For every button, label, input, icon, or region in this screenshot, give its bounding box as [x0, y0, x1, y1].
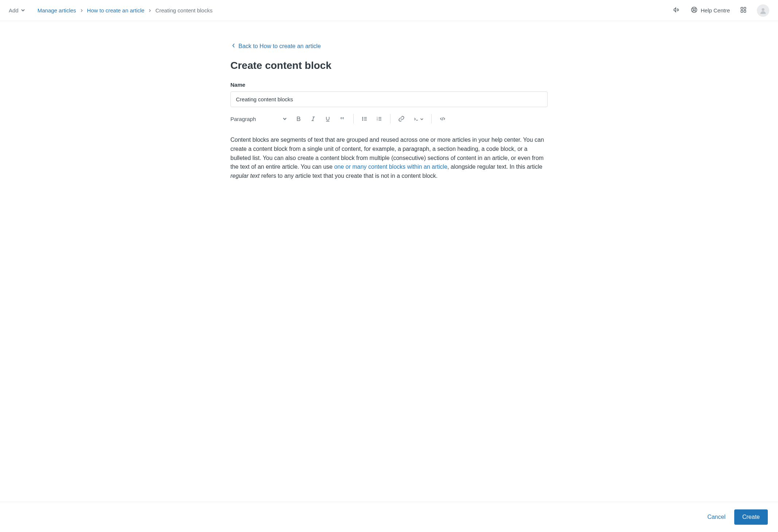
name-input[interactable] — [230, 91, 548, 107]
quote-button[interactable] — [336, 113, 349, 125]
svg-rect-7 — [744, 7, 746, 9]
chevron-down-icon — [420, 116, 424, 122]
body-text: refers to any article text that you crea… — [260, 173, 437, 179]
insert-button[interactable] — [409, 113, 427, 125]
main: Back to How to create an article Create … — [230, 21, 548, 224]
chevron-left-icon — [232, 43, 236, 50]
italic-button[interactable] — [307, 113, 320, 125]
chevron-down-icon — [21, 7, 25, 13]
name-field-label: Name — [230, 82, 548, 88]
toolbar-separator — [390, 114, 390, 124]
svg-line-5 — [695, 11, 696, 12]
format-dropdown[interactable]: Paragraph — [230, 114, 291, 124]
underline-button[interactable] — [321, 113, 334, 125]
page-title: Create content block — [230, 60, 548, 71]
topbar: Add Manage articles How to create an art… — [0, 0, 778, 21]
chevron-down-icon — [283, 116, 287, 122]
body-link[interactable]: one or many content blocks within an art… — [334, 164, 447, 170]
svg-point-17 — [362, 120, 363, 121]
svg-rect-8 — [741, 11, 743, 12]
svg-line-2 — [692, 8, 693, 9]
help-centre-icon — [691, 6, 698, 15]
svg-text:3: 3 — [377, 119, 378, 121]
apps-icon[interactable] — [740, 7, 747, 14]
back-link-label: Back to How to create an article — [238, 43, 321, 50]
body-italic: regular text — [230, 173, 260, 179]
chevron-right-icon — [148, 7, 152, 13]
svg-line-4 — [692, 11, 693, 12]
body-text: , alongside regular text. In this articl… — [447, 164, 542, 170]
svg-point-10 — [762, 8, 764, 11]
topbar-left: Add Manage articles How to create an art… — [9, 7, 213, 13]
toolbar-separator — [431, 114, 432, 124]
add-button-label: Add — [9, 7, 19, 13]
add-button[interactable]: Add — [9, 7, 25, 13]
breadcrumb: Manage articles How to create an article… — [38, 7, 213, 13]
svg-line-3 — [695, 8, 696, 9]
help-centre-label: Help Centre — [701, 7, 730, 13]
svg-point-16 — [362, 118, 363, 119]
svg-rect-9 — [744, 11, 746, 12]
svg-point-0 — [691, 7, 697, 13]
code-button[interactable] — [436, 113, 449, 125]
megaphone-icon[interactable] — [673, 6, 680, 15]
breadcrumb-item-current: Creating content blocks — [155, 7, 213, 13]
svg-rect-6 — [741, 7, 743, 9]
bullet-list-button[interactable] — [358, 113, 371, 125]
format-dropdown-label: Paragraph — [230, 116, 256, 122]
toolbar-separator — [353, 114, 354, 124]
bold-button[interactable] — [292, 113, 305, 125]
breadcrumb-item-how-to[interactable]: How to create an article — [87, 7, 145, 13]
editor-toolbar: Paragraph 123 — [230, 112, 548, 126]
numbered-list-button[interactable]: 123 — [373, 113, 386, 125]
help-centre-link[interactable]: Help Centre — [691, 6, 730, 15]
back-link[interactable]: Back to How to create an article — [232, 43, 548, 50]
editor-body[interactable]: Content blocks are segments of text that… — [230, 136, 548, 181]
link-button[interactable] — [395, 113, 408, 125]
topbar-right: Help Centre — [673, 4, 769, 17]
breadcrumb-item-manage[interactable]: Manage articles — [38, 7, 76, 13]
svg-line-28 — [442, 117, 443, 121]
svg-line-11 — [313, 117, 314, 121]
avatar[interactable] — [757, 4, 769, 17]
svg-point-15 — [362, 117, 363, 118]
chevron-right-icon — [80, 7, 83, 13]
svg-point-1 — [693, 9, 695, 11]
